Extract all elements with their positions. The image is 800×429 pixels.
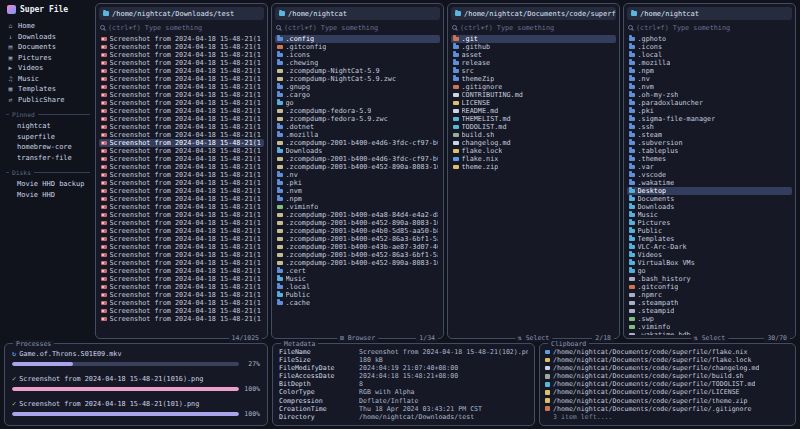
file-row[interactable]: Screenshot from 2024-04-18 15-48-21(1...	[99, 179, 264, 187]
file-row[interactable]: src	[451, 67, 616, 75]
file-row[interactable]: Public	[275, 291, 440, 299]
file-row[interactable]: .icons	[627, 43, 792, 51]
file-row[interactable]: Desktop	[627, 187, 792, 195]
file-row[interactable]: Screenshot from 2024-04-18 15-48-21(1...	[99, 259, 264, 267]
file-row[interactable]: .bash_history	[627, 275, 792, 283]
sidebar-item[interactable]: ⌂ Home	[6, 21, 90, 32]
file-row[interactable]: .config	[275, 35, 440, 43]
file-row[interactable]: Screenshot from 2024-04-18 15-48-21(1...	[99, 163, 264, 171]
file-row[interactable]: .gnupg	[275, 83, 440, 91]
file-row[interactable]: Screenshot from 2024-04-18 15-48-21(1...	[99, 315, 264, 323]
disk-item[interactable]: Movie HHD	[6, 190, 90, 201]
file-row[interactable]: .local	[627, 51, 792, 59]
file-row[interactable]: Screenshot from 2024-04-18 15-48-21(1...	[99, 155, 264, 163]
file-row[interactable]: .gitignore	[451, 83, 616, 91]
file-row[interactable]: Screenshot from 2024-04-18 15-48-21(1...	[99, 91, 264, 99]
file-row[interactable]: changelog.md	[451, 139, 616, 147]
sidebar-item[interactable]: ↓ Downloads	[6, 32, 90, 43]
file-row[interactable]: Screenshot from 2024-04-18 15-48-21(1...	[99, 275, 264, 283]
file-row[interactable]: .cert	[275, 267, 440, 275]
file-row[interactable]: .zcompdump-2001-b400-e452-890a-8083-16a3	[275, 259, 440, 267]
file-row[interactable]: .github	[451, 43, 616, 51]
sidebar-item[interactable]: ♫ Music	[6, 74, 90, 85]
sidebar-item[interactable]: ⇄ PublicShare	[6, 95, 90, 106]
file-row[interactable]: .zcompdump-2001-b400-e452-86a3-6bf1-5a2e	[275, 235, 440, 243]
file-row[interactable]: .steampath	[627, 299, 792, 307]
file-row[interactable]: .zcompdump-2001-b400-e43b-ae87-3d07-46c8	[275, 243, 440, 251]
file-row[interactable]: theme.zip	[451, 163, 616, 171]
file-row[interactable]: .viminfo	[627, 323, 792, 331]
file-row[interactable]: .steampid	[627, 307, 792, 315]
file-row[interactable]: .zcompdump-fedora-5.9	[275, 107, 440, 115]
file-row[interactable]: Videos	[627, 251, 792, 259]
file-row[interactable]: .oh-my-zsh	[627, 91, 792, 99]
file-row[interactable]: .cache	[275, 299, 440, 307]
file-row[interactable]: flake.nix	[451, 155, 616, 163]
file-row[interactable]: .zcompdump-NightCat-5.9	[275, 67, 440, 75]
file-row[interactable]: .zcompdump-2001-b400-e452-890a-8083-16a3	[275, 219, 440, 227]
pinned-item[interactable]: transfer-file	[6, 153, 90, 164]
file-row[interactable]: .nvm	[275, 187, 440, 195]
file-row[interactable]: Screenshot from 2024-04-18 15-48-21(1...	[99, 299, 264, 307]
file-row[interactable]: Screenshot from 2024-04-18 15-48-21(1...	[99, 243, 264, 251]
file-row[interactable]: .sigma-file-manager	[627, 115, 792, 123]
file-row[interactable]: .gitconfig	[275, 43, 440, 51]
file-row[interactable]: .npm	[627, 67, 792, 75]
file-row[interactable]: .wakatime	[627, 179, 792, 187]
file-row[interactable]: TODOLIST.md	[451, 123, 616, 131]
file-row[interactable]: README.md	[451, 107, 616, 115]
process-item[interactable]: ↻ Game.of.Throns.S01E09.mkv 27%	[12, 350, 260, 368]
file-row[interactable]: Screenshot from 2024-04-18 15-48-21(1...	[99, 187, 264, 195]
file-row[interactable]: .pki	[275, 179, 440, 187]
file-row[interactable]: Screenshot from 2024-04-18 15-48-21(1...	[99, 35, 264, 43]
file-row[interactable]: .mozilla	[275, 131, 440, 139]
file-row[interactable]: Screenshot from 2024-04-18 15-48-21(1...	[99, 59, 264, 67]
file-row[interactable]: .gitconfig	[627, 283, 792, 291]
file-row[interactable]: .subversion	[627, 139, 792, 147]
file-row[interactable]: Screenshot from 2024-04-18 15-48-21(1...	[99, 51, 264, 59]
file-row[interactable]: .local	[275, 283, 440, 291]
file-row[interactable]: Screenshot from 2024-04-18 15-48-21(1...	[99, 107, 264, 115]
file-row[interactable]: Screenshot from 2024-04-18 15-48-21(1...	[99, 115, 264, 123]
file-row[interactable]: .zcompdump-2001-b400-e4b0-5d85-aa50-b8d4	[275, 227, 440, 235]
file-row[interactable]: .tableplus	[627, 147, 792, 155]
file-row[interactable]: Screenshot from 2024-04-18 15-48-21(1...	[99, 147, 264, 155]
file-row[interactable]: Screenshot from 2024-04-18 15-48-21(1...	[99, 43, 264, 51]
file-row[interactable]: .pki	[627, 107, 792, 115]
file-row[interactable]: CONTRIBUTING.md	[451, 91, 616, 99]
file-row[interactable]: Screenshot from 2024-04-18 15-48-21(1...	[99, 139, 264, 147]
file-row[interactable]: Screenshot from 2024-04-18 15-48-21(1...	[99, 251, 264, 259]
file-row[interactable]: themeZip	[451, 75, 616, 83]
file-row[interactable]: Screenshot from 2024-04-18 15-48-21(1...	[99, 267, 264, 275]
file-row[interactable]: flake.lock	[451, 147, 616, 155]
file-row[interactable]: build.sh	[451, 131, 616, 139]
file-row[interactable]: Downloads	[627, 203, 792, 211]
panel-3-search-bar[interactable]: (ctrl+f) Type something	[452, 22, 615, 33]
file-row[interactable]: Screenshot from 2024-04-18 15-48-21(1...	[99, 227, 264, 235]
file-row[interactable]: go	[627, 267, 792, 275]
file-row[interactable]: .nv	[275, 171, 440, 179]
file-row[interactable]: LICENSE	[451, 99, 616, 107]
file-row[interactable]: .swp	[627, 315, 792, 323]
file-row[interactable]: Downloads	[275, 147, 440, 155]
process-item[interactable]: ✓ Screenshot from 2024-04-18 15-48-21(10…	[12, 400, 260, 418]
file-row[interactable]: .mozilla	[627, 59, 792, 67]
panel-1-search-bar[interactable]: (ctrl+f) Type something	[100, 22, 263, 33]
file-row[interactable]: .cargo	[275, 91, 440, 99]
sidebar-item[interactable]: ▦ Templates	[6, 84, 90, 95]
file-row[interactable]: .dotnet	[275, 123, 440, 131]
sidebar-item[interactable]: ▶ Videos	[6, 63, 90, 74]
file-row[interactable]: .gphoto	[627, 35, 792, 43]
disk-item[interactable]: Movie HHD backup	[6, 179, 90, 190]
file-row[interactable]: .icons	[275, 51, 440, 59]
file-row[interactable]: .zcompdump-2001-b400-e452-86a3-6bf1-5a2e	[275, 251, 440, 259]
file-row[interactable]: Templates	[627, 235, 792, 243]
file-row[interactable]: Screenshot from 2024-04-18 15-48-21(1...	[99, 75, 264, 83]
file-row[interactable]: asset	[451, 51, 616, 59]
file-row[interactable]: THEMELIST.md	[451, 115, 616, 123]
file-row[interactable]: Screenshot from 2024-04-18 15-48-21(1...	[99, 171, 264, 179]
file-row[interactable]: Screenshot from 2024-04-18 15-48-21(1...	[99, 307, 264, 315]
sidebar-item[interactable]: ▤ Documents	[6, 42, 90, 53]
file-row[interactable]: Music	[275, 275, 440, 283]
panel-4-search-bar[interactable]: (ctrl+f) Type something	[628, 22, 791, 33]
